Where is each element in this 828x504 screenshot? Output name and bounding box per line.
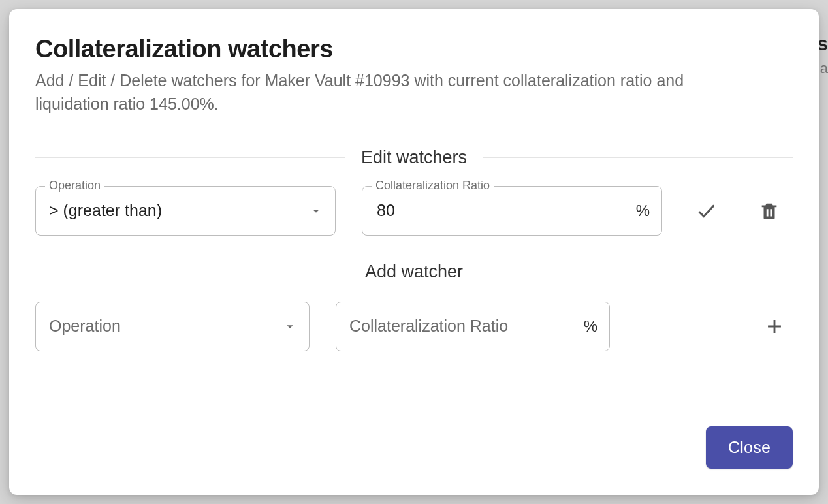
collateralization-watchers-dialog: Collateralization watchers Add / Edit / … — [9, 9, 819, 495]
divider — [35, 157, 345, 158]
operation-legend: Operation — [45, 179, 104, 193]
chevron-down-icon — [283, 319, 297, 334]
percent-suffix: % — [636, 202, 650, 220]
operation-value: > (greater than) — [49, 201, 301, 220]
collateralization-ratio-input-new[interactable]: Collateralization Ratio % — [336, 302, 610, 351]
section-label-add: Add watcher — [349, 262, 479, 282]
dialog-subtitle: Add / Edit / Delete watchers for Maker V… — [35, 69, 754, 116]
divider — [483, 157, 793, 158]
dialog-title: Collateralization watchers — [35, 35, 793, 63]
check-icon — [695, 200, 718, 222]
close-button[interactable]: Close — [706, 426, 793, 469]
collateralization-ratio-input[interactable]: Collateralization Ratio % — [362, 186, 662, 236]
ratio-value-input[interactable] — [375, 200, 627, 221]
delete-button[interactable] — [751, 193, 788, 229]
edit-watcher-row: Operation > (greater than) Collateraliza… — [35, 186, 793, 236]
ratio-legend: Collateralization Ratio — [372, 179, 494, 193]
operation-placeholder: Operation — [49, 317, 275, 336]
divider — [479, 272, 793, 272]
divider — [35, 272, 349, 272]
confirm-button[interactable] — [688, 193, 725, 229]
section-label-edit: Edit watchers — [345, 148, 483, 168]
add-watcher-row: Operation Collateralization Ratio % — [35, 302, 793, 351]
trash-icon — [758, 200, 780, 222]
percent-suffix: % — [584, 317, 597, 336]
edit-watchers-header: Edit watchers — [35, 148, 793, 168]
operation-select[interactable]: Operation > (greater than) — [35, 186, 336, 236]
add-button[interactable] — [756, 308, 793, 345]
ratio-placeholder: Collateralization Ratio — [349, 317, 575, 336]
add-watcher-header: Add watcher — [35, 262, 793, 282]
chevron-down-icon — [309, 204, 323, 218]
plus-icon — [763, 315, 786, 338]
operation-select-new[interactable]: Operation — [35, 302, 310, 351]
dialog-footer: Close — [35, 426, 793, 469]
